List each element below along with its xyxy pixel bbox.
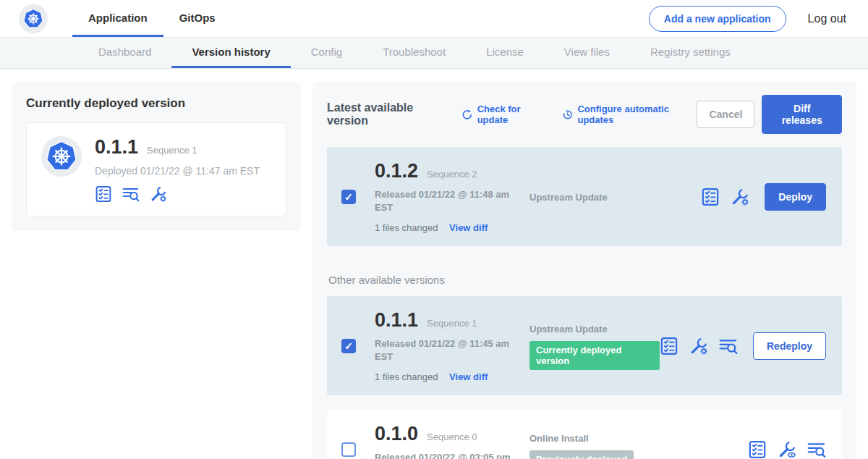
version-source: Upstream Update — [529, 190, 701, 203]
cancel-button[interactable]: Cancel — [697, 101, 754, 128]
version-number: 0.1.0 — [375, 423, 418, 445]
latest-version-header: Latest available version Check for updat… — [327, 95, 842, 134]
view-config-icon[interactable] — [778, 440, 796, 459]
app-version-logo — [41, 136, 82, 177]
topnav-tab-gitops[interactable]: GitOps — [163, 0, 231, 37]
version-checkbox[interactable]: ✓ — [341, 190, 356, 204]
version-info: 0.1.1 Sequence 1 Released 01/21/22 @ 11:… — [375, 309, 529, 382]
files-changed-label: 1 files changed — [375, 371, 438, 382]
tab-license[interactable]: License — [466, 38, 544, 68]
deployed-version-info: 0.1.1 Sequence 1 Deployed 01/21/22 @ 11:… — [95, 136, 260, 203]
logout-button[interactable]: Log out — [808, 12, 846, 25]
preflight-checks-icon[interactable] — [748, 440, 767, 459]
released-timestamp: Released 01/21/22 @ 11:48 am EST — [375, 188, 519, 214]
currently-deployed-title: Currently deployed version — [26, 96, 286, 111]
version-source: Upstream Update Currently deployed versi… — [529, 322, 660, 370]
deployed-version-card: 0.1.1 Sequence 1 Deployed 01/21/22 @ 11:… — [26, 122, 286, 216]
check-for-update-link[interactable]: Check for update — [461, 104, 548, 125]
sequence-label: Sequence 0 — [427, 431, 477, 442]
topnav-tab-application[interactable]: Application — [72, 0, 163, 37]
view-logs-icon[interactable] — [122, 185, 140, 203]
latest-version-title: Latest available version — [327, 101, 447, 127]
app-logo — [19, 4, 48, 33]
refresh-icon — [461, 109, 473, 121]
redeploy-button[interactable]: Redeploy — [753, 332, 826, 360]
edit-config-icon[interactable] — [150, 185, 167, 203]
tab-registry-settings[interactable]: Registry settings — [630, 38, 751, 68]
released-timestamp: Released 01/21/22 @ 11:45 am EST — [375, 337, 519, 363]
diff-releases-button[interactable]: Diff releases — [762, 95, 842, 134]
tab-version-history[interactable]: Version history — [171, 38, 290, 68]
version-number: 0.1.2 — [375, 160, 418, 182]
source-label: Upstream Update — [529, 324, 660, 334]
tab-troubleshoot[interactable]: Troubleshoot — [362, 38, 466, 68]
tab-dashboard[interactable]: Dashboard — [78, 38, 171, 68]
version-row-0.1.0: 0.1.0 Sequence 0 Released 01/20/22 @ 03:… — [327, 410, 842, 459]
edit-config-icon[interactable] — [731, 188, 749, 206]
deployed-sequence-label: Sequence 1 — [147, 145, 197, 156]
sequence-label: Sequence 2 — [427, 169, 477, 180]
view-diff-link[interactable]: View diff — [449, 222, 488, 233]
main-content: Currently deployed version 0.1.1 Sequenc… — [0, 69, 868, 459]
tab-config[interactable]: Config — [291, 38, 362, 68]
view-logs-icon[interactable] — [807, 440, 826, 459]
deploy-button[interactable]: Deploy — [765, 183, 826, 211]
top-nav: Application GitOps Add a new application… — [0, 0, 868, 38]
currently-deployed-panel: Currently deployed version 0.1.1 Sequenc… — [12, 82, 301, 231]
preflight-checks-icon[interactable] — [95, 185, 112, 203]
version-row-0.1.2: ✓ 0.1.2 Sequence 2 Released 01/21/22 @ 1… — [327, 147, 842, 246]
add-application-button[interactable]: Add a new application — [649, 6, 786, 32]
edit-config-icon[interactable] — [689, 337, 708, 355]
deployed-version-number: 0.1.1 — [95, 136, 138, 159]
row-actions: Redeploy — [660, 332, 826, 360]
source-label: Upstream Update — [529, 192, 701, 203]
row-actions: Deploy — [701, 183, 826, 211]
previously-deployed-badge: Previously deployed — [529, 450, 634, 459]
tab-view-files[interactable]: View files — [544, 38, 630, 68]
row-actions — [748, 440, 826, 459]
configure-automatic-updates-link[interactable]: Configure automatic updates — [562, 104, 697, 125]
version-info: 0.1.2 Sequence 2 Released 01/21/22 @ 11:… — [375, 160, 529, 233]
version-row-0.1.1: ✓ 0.1.1 Sequence 1 Released 01/21/22 @ 1… — [327, 296, 842, 395]
other-versions-label: Other available versions — [328, 274, 842, 286]
app-nav: Dashboard Version history Config Trouble… — [0, 38, 868, 69]
released-timestamp: Released 01/20/22 @ 03:05 pm EST — [375, 451, 519, 459]
version-checkbox[interactable]: ✓ — [341, 339, 356, 353]
files-changed-label: 1 files changed — [375, 222, 438, 233]
kubernetes-icon — [46, 140, 77, 172]
topnav-spacer — [231, 0, 649, 37]
version-history-panel: Latest available version Check for updat… — [312, 82, 856, 459]
currently-deployed-badge: Currently deployed version — [529, 341, 660, 370]
source-label: Online Install — [529, 433, 748, 444]
kubernetes-icon — [23, 9, 43, 29]
clock-refresh-icon — [562, 109, 574, 121]
deployed-timestamp: Deployed 01/21/22 @ 11:47 am EST — [95, 165, 260, 177]
view-logs-icon[interactable] — [719, 337, 738, 355]
sequence-label: Sequence 1 — [427, 318, 477, 329]
version-checkbox[interactable] — [341, 442, 356, 457]
preflight-checks-icon[interactable] — [701, 188, 720, 206]
version-number: 0.1.1 — [375, 309, 418, 332]
version-info: 0.1.0 Sequence 0 Released 01/20/22 @ 03:… — [375, 423, 529, 459]
version-source: Online Install Previously deployed — [529, 431, 748, 459]
view-diff-link[interactable]: View diff — [449, 371, 488, 382]
preflight-checks-icon[interactable] — [660, 337, 678, 355]
